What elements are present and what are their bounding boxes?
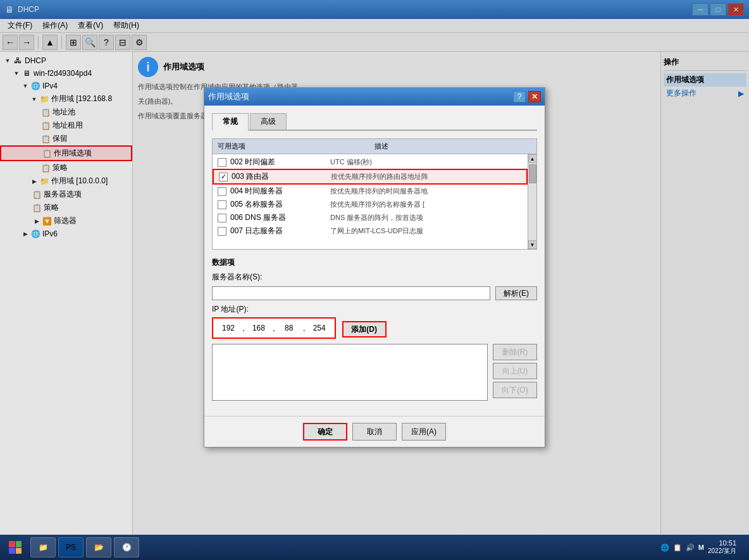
- option-002-desc: UTC 偏移(秒): [330, 157, 523, 167]
- option-006-label: 006 DNS 服务器: [230, 212, 326, 223]
- option-004-desc: 按优先顺序排列的时间服务器地: [330, 186, 523, 196]
- option-006-checkbox[interactable]: [218, 214, 226, 222]
- tab-general[interactable]: 常规: [212, 113, 249, 131]
- option-005-desc: 按优先顺序排列的名称服务器 [: [330, 200, 523, 209]
- option-007-label: 007 日志服务器: [230, 226, 326, 236]
- taskbar-terminal[interactable]: PS: [58, 537, 84, 557]
- options-section: 可用选项 描述 002 时间偏差 UTC 偏移(秒) 003 路由器: [212, 138, 537, 250]
- data-section: 数据项 服务器名称(S): 解析(E) IP 地址(P): .: [212, 257, 537, 401]
- option-002-checkbox[interactable]: [218, 158, 226, 167]
- taskbar: 📁 PS 📂 🕐 🌐 📋 🔊 M 10:51 2022/某月: [0, 535, 749, 560]
- options-section-header: 可用选项 描述: [213, 139, 536, 154]
- col-desc-header: 描述: [374, 142, 531, 151]
- option-006[interactable]: 006 DNS 服务器 DNS 服务器的阵列，按首选项: [213, 211, 528, 224]
- option-005[interactable]: 005 名称服务器 按优先顺序排列的名称服务器 [: [213, 198, 528, 211]
- ip-part-3[interactable]: [276, 321, 302, 335]
- option-003[interactable]: 003 路由器 按优先顺序排列的路由器地址阵: [213, 169, 528, 185]
- option-002[interactable]: 002 时间偏差 UTC 偏移(秒): [213, 155, 528, 169]
- ip-part-1[interactable]: [216, 321, 241, 335]
- option-007-checkbox[interactable]: [218, 227, 226, 236]
- resolve-button[interactable]: 解析(E): [495, 286, 537, 300]
- option-003-checkbox[interactable]: [219, 173, 228, 181]
- delete-button[interactable]: 删除(R): [493, 344, 537, 360]
- apply-button[interactable]: 应用(A): [402, 423, 446, 441]
- scroll-thumb[interactable]: [529, 164, 536, 183]
- tab-advanced[interactable]: 高级: [250, 113, 287, 130]
- ip-part-2[interactable]: [246, 321, 271, 335]
- data-section-title: 数据项: [212, 257, 537, 268]
- option-005-label: 005 名称服务器: [230, 199, 326, 210]
- down-button-data[interactable]: 向下(O): [493, 382, 537, 398]
- tray-folder-icon: 📋: [673, 544, 682, 552]
- dialog-close-button[interactable]: ✕: [528, 91, 541, 102]
- options-list[interactable]: 002 时间偏差 UTC 偏移(秒) 003 路由器 按优先顺序排列的路由器地址…: [213, 154, 528, 249]
- option-007[interactable]: 007 日志服务器 了网上的MIT-LCS-UDP日志服: [213, 224, 528, 238]
- col-available-header: 可用选项: [218, 142, 374, 151]
- ip-field-group: . . .: [212, 317, 336, 339]
- taskbar-explorer[interactable]: 📂: [86, 537, 111, 557]
- tray-network-icon: 🌐: [660, 544, 669, 552]
- ok-button[interactable]: 确定: [303, 423, 347, 441]
- start-button[interactable]: [3, 537, 28, 557]
- scroll-down-arrow[interactable]: ▼: [528, 240, 537, 249]
- clock-time: 10:51: [708, 539, 736, 547]
- cancel-button[interactable]: 取消: [352, 423, 397, 441]
- system-clock: 10:51 2022/某月: [708, 539, 741, 556]
- scroll-up-arrow[interactable]: ▲: [528, 154, 537, 163]
- server-name-input-row: 解析(E): [212, 286, 537, 300]
- ip-part-4[interactable]: [307, 321, 332, 335]
- option-004-checkbox[interactable]: [218, 187, 226, 196]
- tray-volume-icon: 🔊: [686, 544, 695, 552]
- server-name-label: 服务器名称(S):: [212, 272, 263, 283]
- ip-list-box[interactable]: [212, 344, 488, 401]
- add-button[interactable]: 添加(D): [342, 321, 387, 338]
- option-004-label: 004 时间服务器: [230, 186, 326, 197]
- tray-letter-m: M: [698, 544, 704, 551]
- ip-label: IP 地址(P):: [212, 304, 336, 315]
- side-buttons: 删除(R) 向上(U) 向下(O): [493, 344, 537, 401]
- option-007-desc: 了网上的MIT-LCS-UDP日志服: [330, 226, 523, 236]
- server-name-input[interactable]: [212, 286, 490, 300]
- option-006-desc: DNS 服务器的阵列，按首选项: [330, 213, 523, 222]
- taskbar-clock[interactable]: 🕐: [114, 537, 139, 557]
- dialog-help-button[interactable]: ?: [513, 91, 526, 102]
- option-003-desc: 按优先顺序排列的路由器地址阵: [331, 172, 521, 181]
- server-name-row: 服务器名称(S):: [212, 272, 537, 283]
- dialog-titlebar: 作用域选项 ? ✕: [204, 88, 545, 106]
- dialog-footer: 确定 取消 应用(A): [204, 416, 545, 447]
- dialog-scope-options: 作用域选项 ? ✕ 常规 高级 可用选项 描述: [204, 87, 545, 447]
- dialog-overlay: 作用域选项 ? ✕ 常规 高级 可用选项 描述: [0, 0, 749, 535]
- dialog-tabs: 常规 高级: [212, 113, 537, 131]
- clock-date: 2022/某月: [708, 547, 736, 556]
- option-002-label: 002 时间偏差: [230, 157, 326, 167]
- taskbar-folder[interactable]: 📁: [30, 537, 56, 557]
- dialog-body: 常规 高级 可用选项 描述 002 时间偏差 UTC 偏移(秒): [204, 106, 545, 416]
- option-004[interactable]: 004 时间服务器 按优先顺序排列的时间服务器地: [213, 185, 528, 198]
- up-button-data[interactable]: 向上(U): [493, 363, 537, 379]
- option-003-label: 003 路由器: [232, 171, 327, 182]
- option-005-checkbox[interactable]: [218, 200, 226, 209]
- dialog-title: 作用域选项: [208, 91, 249, 102]
- options-scrollbar[interactable]: ▲ ▼: [528, 154, 536, 249]
